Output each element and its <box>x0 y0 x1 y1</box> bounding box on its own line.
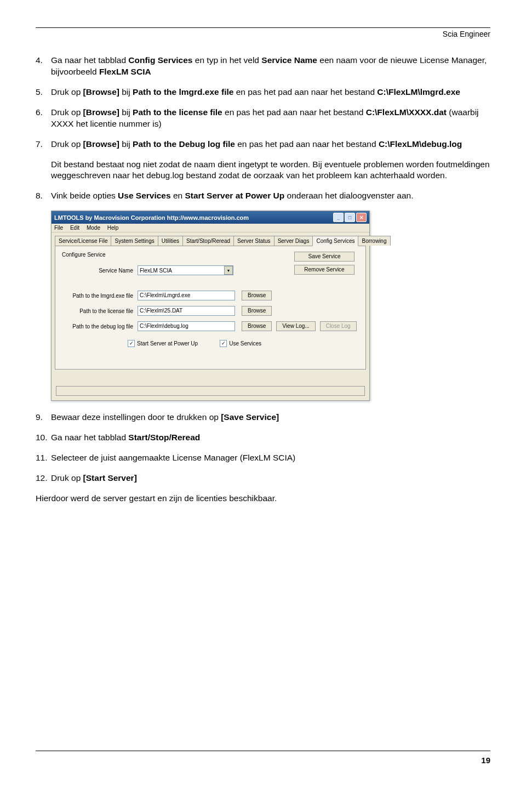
service-name-dropdown[interactable]: FlexLM SCIA ▼ <box>138 265 233 275</box>
final-text: Hierdoor werd de server gestart en zijn … <box>36 493 490 504</box>
step-number: 8. <box>36 190 51 202</box>
menu-mode[interactable]: Mode <box>87 225 100 231</box>
tab-server-status[interactable]: Server Status <box>233 236 275 246</box>
chevron-down-icon: ▼ <box>224 266 233 275</box>
step-text: Druk op [Start Server] <box>51 473 490 484</box>
label-license-path: Path to the license file <box>62 308 138 314</box>
step-10: 10. Ga naar het tabblad Start/Stop/Rerea… <box>36 432 490 444</box>
label-lmgrd-path: Path to the lmgrd.exe file <box>62 293 138 299</box>
menu-file[interactable]: File <box>54 225 63 231</box>
step-7-sub: Dit bestand bestaat nog niet zodat de na… <box>51 159 490 182</box>
view-log-button[interactable]: View Log... <box>276 321 315 331</box>
step-number: 10. <box>36 432 51 444</box>
header-text: Scia Engineer <box>36 30 490 38</box>
browse-lmgrd-button[interactable]: Browse <box>242 291 272 300</box>
tab-borrowing[interactable]: Borrowing <box>358 236 390 246</box>
debug-path-input[interactable]: C:\Flexlm\debug.log <box>138 321 235 331</box>
label-debug-path: Path to the debug log file <box>62 323 138 330</box>
tab-utilities[interactable]: Utilities <box>158 236 183 246</box>
close-icon[interactable]: ✕ <box>356 213 367 222</box>
use-services-checkbox[interactable]: ✓ Use Services <box>220 340 261 347</box>
step-11: 11. Selecteer de juist aangemaakte Licen… <box>36 452 490 464</box>
remove-service-button[interactable]: Remove Service <box>294 265 355 275</box>
step-8: 8. Vink beide opties Use Services en Sta… <box>36 190 490 202</box>
step-6: 6. Druk op [Browse] bij Path to the lice… <box>36 107 490 130</box>
tab-server-diags[interactable]: Server Diags <box>274 236 313 246</box>
step-7: 7. Druk op [Browse] bij Path to the Debu… <box>36 139 490 150</box>
step-number: 11. <box>36 452 51 464</box>
maximize-icon[interactable]: □ <box>345 213 355 222</box>
step-5: 5. Druk op [Browse] bij Path to the lmgr… <box>36 87 490 98</box>
menubar: File Edit Mode Help <box>52 224 369 232</box>
step-4: 4. Ga naar het tabblad Config Services e… <box>36 55 490 78</box>
tab-service-license[interactable]: Service/License File <box>55 236 111 246</box>
step-9: 9. Bewaar deze instellingen door te druk… <box>36 412 490 423</box>
browse-license-button[interactable]: Browse <box>242 306 272 316</box>
window-title: LMTOOLS by Macrovision Corporation http:… <box>54 214 333 221</box>
titlebar: LMTOOLS by Macrovision Corporation http:… <box>52 211 369 224</box>
browse-debug-button[interactable]: Browse <box>242 321 272 331</box>
checkbox-icon: ✓ <box>128 340 135 347</box>
step-text: Ga naar het tabblad Config Services en t… <box>51 55 490 78</box>
config-services-panel: Configure Service Save Service Remove Se… <box>55 246 366 370</box>
header-rule <box>36 27 490 28</box>
step-text: Druk op [Browse] bij Path to the lmgrd.e… <box>51 87 490 98</box>
tab-system-settings[interactable]: System Settings <box>111 236 158 246</box>
step-number: 9. <box>36 412 51 423</box>
step-text: Selecteer de juist aangemaakte License M… <box>51 452 490 464</box>
start-powerup-checkbox[interactable]: ✓ Start Server at Power Up <box>128 340 198 347</box>
step-text: Bewaar deze instellingen door te drukken… <box>51 412 490 423</box>
step-number: 5. <box>36 87 51 98</box>
minimize-icon[interactable]: _ <box>333 213 344 222</box>
lmtools-dialog: LMTOOLS by Macrovision Corporation http:… <box>51 211 370 401</box>
tab-start-stop-reread[interactable]: Start/Stop/Reread <box>182 236 234 246</box>
status-bar <box>56 386 365 396</box>
tab-config-services[interactable]: Config Services <box>312 236 358 246</box>
step-number: 6. <box>36 107 51 130</box>
checkbox-icon: ✓ <box>220 340 227 347</box>
menu-edit[interactable]: Edit <box>70 225 79 231</box>
step-number: 7. <box>36 139 51 150</box>
step-text: Ga naar het tabblad Start/Stop/Reread <box>51 432 490 444</box>
step-number: 4. <box>36 55 51 78</box>
menu-help[interactable]: Help <box>107 225 119 231</box>
step-text: Vink beide opties Use Services en Start … <box>51 190 490 202</box>
close-log-button: Close Log <box>320 321 357 331</box>
label-service-name: Service Name <box>62 268 138 274</box>
step-text: Druk op [Browse] bij Path to the Debug l… <box>51 139 490 150</box>
step-number: 12. <box>36 473 51 484</box>
step-text: Druk op [Browse] bij Path to the license… <box>51 107 490 130</box>
lmgrd-path-input[interactable]: C:\Flexlm\Lmgrd.exe <box>138 291 235 300</box>
footer-rule <box>36 751 490 751</box>
page-number: 19 <box>481 756 490 765</box>
tabbar: Service/License File System Settings Uti… <box>55 236 366 246</box>
license-path-input[interactable]: C:\Flexlm\25.DAT <box>138 306 235 316</box>
save-service-button[interactable]: Save Service <box>294 252 355 262</box>
step-12: 12. Druk op [Start Server] <box>36 473 490 484</box>
